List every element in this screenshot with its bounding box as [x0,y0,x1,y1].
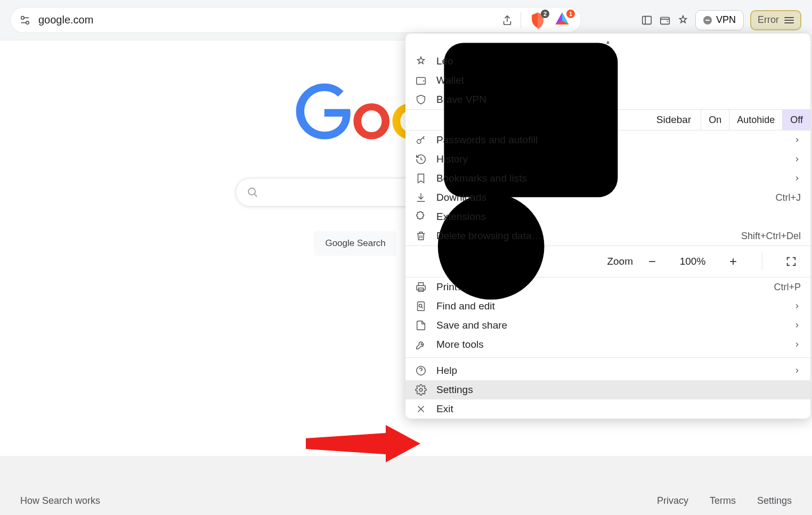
menu-label: Print… [436,281,764,293]
menu-sidebar: Sidebar On Autohide Off [405,109,810,130]
share-icon[interactable] [501,14,513,26]
menu-label: History [436,153,784,165]
menu-passwords[interactable]: Passwords and autofill [405,130,810,150]
menu-label: Exit [436,403,801,415]
chevron-right-icon [793,156,801,163]
fullscreen-button[interactable] [782,252,801,271]
brave-shields-icon[interactable]: 2 [529,11,547,29]
leo-icon [415,55,427,67]
print-icon [415,281,427,293]
menu-history[interactable]: History [405,150,810,169]
vpn-shield-icon [415,94,427,105]
google-search-button[interactable]: Google Search [314,231,396,256]
menu-label: Settings [436,384,801,396]
download-icon [415,192,427,203]
menu-find[interactable]: Find and edit [405,297,810,316]
search-icon [247,186,258,198]
menu-print[interactable]: Print… Ctrl+P [405,277,810,297]
menu-extensions[interactable]: Extensions [405,207,810,226]
menu-label: Find and edit [436,300,784,312]
url-input[interactable] [38,14,572,26]
shields-badge: 2 [541,10,549,18]
menu-wallet[interactable]: Wallet [405,71,810,90]
chevron-right-icon [793,175,801,182]
history-icon [415,153,427,165]
menu-label: Help [436,365,784,377]
menu-shortcut: Shift+Ctrl+Del [741,231,801,242]
zoom-value: 100% [677,256,709,267]
chevron-right-icon [793,136,801,144]
sidebar-toggle-icon[interactable] [641,14,653,26]
svg-point-10 [419,388,423,391]
hamburger-icon [784,17,794,23]
bookmark-icon [415,173,427,184]
find-icon [415,300,427,312]
zoom-out-button[interactable]: − [643,252,662,271]
address-bar[interactable]: 2 1 [11,7,581,32]
menu-label: Brave VPN [436,94,801,105]
chevron-right-icon [793,322,801,329]
error-menu-button[interactable]: Error [750,10,801,30]
wallet-icon[interactable] [659,14,671,26]
footer-how-search-works[interactable]: How Search works [20,495,100,506]
menu-label: Zoom [607,256,633,267]
wallet-icon [415,75,427,86]
close-icon [415,403,427,415]
key-icon [415,134,427,146]
footer-terms[interactable]: Terms [710,495,736,506]
svg-rect-7 [418,302,425,311]
menu-delete-browsing[interactable]: Delete browsing data… Shift+Ctrl+Del [405,226,810,246]
footer-lower: How Search works Privacy Terms Settings [0,487,812,515]
menu-label: Passwords and autofill [436,134,784,146]
tools-icon [415,339,427,350]
menu-help[interactable]: Help [405,361,810,380]
gear-icon [415,384,427,396]
menu-label: Save and share [436,320,784,331]
leo-icon[interactable] [677,14,689,26]
zoom-in-button[interactable]: + [724,252,743,271]
menu-shortcut: Ctrl+J [775,192,801,203]
rewards-badge: 1 [566,10,575,18]
chevron-right-icon [793,303,801,310]
menu-label: More tools [436,339,784,350]
vpn-button[interactable]: VPN [695,10,744,30]
svg-point-2 [248,188,255,195]
site-settings-icon[interactable] [19,14,31,26]
menu-leo[interactable]: Leo [405,52,810,71]
menu-exit[interactable]: Exit [405,399,810,419]
menu-save-share[interactable]: Save and share [405,316,810,335]
footer-settings[interactable]: Settings [757,495,792,506]
menu-downloads[interactable]: Downloads Ctrl+J [405,188,810,207]
puzzle-icon [415,211,427,223]
sidebar-on[interactable]: On [701,110,729,130]
menu-label: Downloads [436,192,766,203]
footer-privacy[interactable]: Privacy [657,495,688,506]
menu-more-tools[interactable]: More tools [405,335,810,354]
svg-rect-0 [643,16,652,24]
error-label: Error [758,14,779,26]
menu-label: Wallet [436,75,801,86]
menu-label: Sidebar [656,114,692,126]
sidebar-off[interactable]: Off [782,110,810,130]
menu-label: Extensions [436,211,801,223]
chevron-right-icon [793,367,801,374]
vpn-status-dot [703,16,712,24]
menu-brave-vpn[interactable]: Brave VPN [405,90,810,109]
menu-label: Delete browsing data… [436,230,732,242]
footer-upper [0,456,812,487]
sidebar-autohide[interactable]: Autohide [729,110,782,130]
menu-label: Leo [436,55,801,67]
vpn-label: VPN [716,14,736,26]
file-icon [415,320,427,331]
menu-bookmarks[interactable]: Bookmarks and lists [405,169,810,188]
app-menu: ▲ Leo Wallet Brave VPN Sidebar On Autohi… [405,34,810,419]
brave-rewards-icon[interactable]: 1 [554,11,572,29]
svg-point-5 [417,140,421,143]
help-icon [415,365,427,377]
trash-icon [415,230,427,242]
menu-shortcut: Ctrl+P [774,282,801,293]
menu-label: Bookmarks and lists [436,173,784,184]
svg-rect-1 [661,17,670,24]
menu-zoom: Zoom − 100% + [405,246,810,277]
menu-settings[interactable]: Settings [405,380,810,399]
